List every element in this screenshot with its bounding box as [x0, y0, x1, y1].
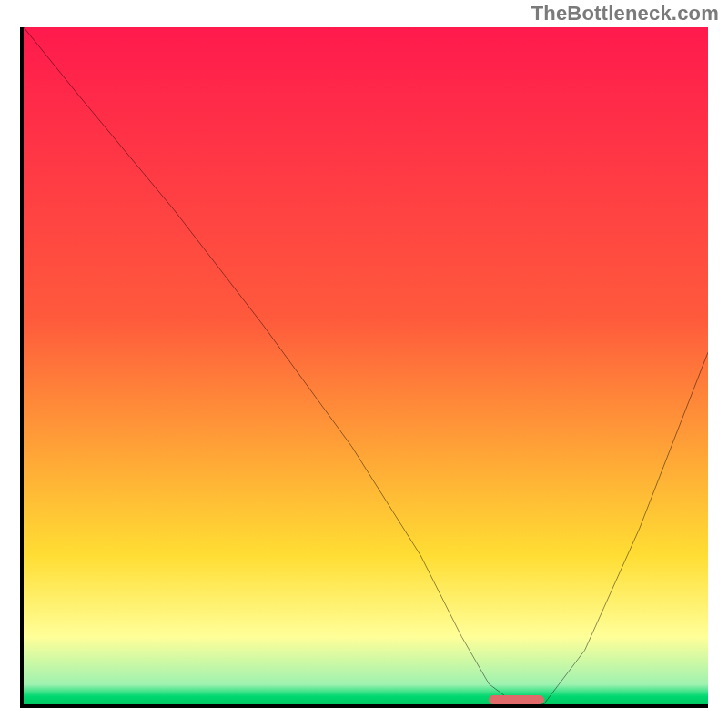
- watermark-text: TheBottleneck.com: [531, 2, 719, 25]
- optimum-marker: [489, 695, 543, 704]
- plot-area: [20, 27, 708, 708]
- bottleneck-curve: [24, 27, 708, 704]
- chart-stage: TheBottleneck.com: [0, 0, 728, 728]
